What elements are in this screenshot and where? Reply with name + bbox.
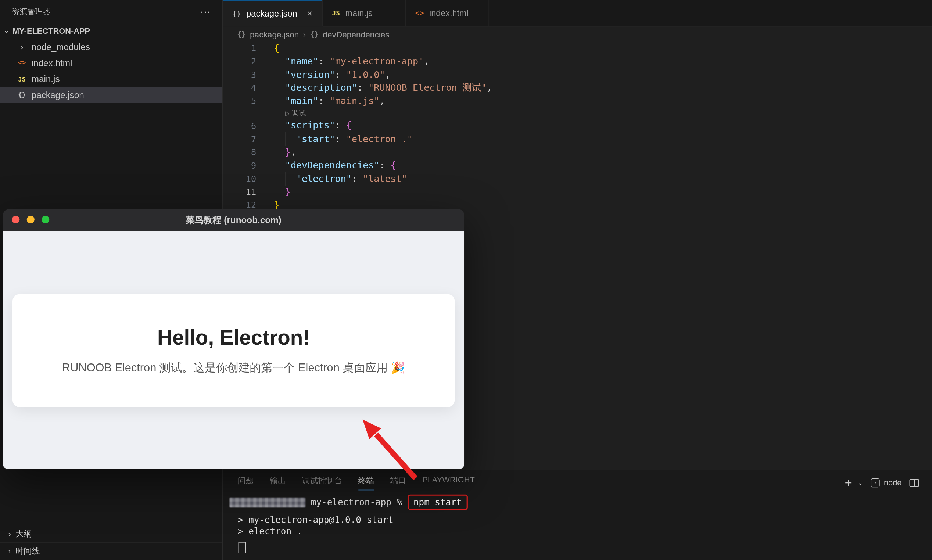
line-content: } xyxy=(274,186,291,199)
terminal-prompt-line: my-electron-app % npm start xyxy=(229,494,920,511)
token: "latest" xyxy=(363,174,407,184)
file-package.json[interactable]: {}package.json xyxy=(0,87,222,103)
token: "main.js" xyxy=(330,96,380,106)
blurred-username xyxy=(229,497,305,507)
line-number: 8 xyxy=(223,147,257,157)
breadcrumb[interactable]: {} package.json › {} devDependencies xyxy=(223,27,932,42)
split-terminal-icon[interactable] xyxy=(910,479,919,486)
minimize-button[interactable] xyxy=(27,216,35,223)
hello-subtitle: RUNOOB Electron 测试。这是你创建的第一个 Electron 桌面… xyxy=(62,360,405,375)
code-lines[interactable]: 1{2 "name": "my-electron-app",3 "version… xyxy=(223,42,932,212)
command-text: npm start xyxy=(414,497,461,508)
token: , xyxy=(379,96,385,106)
token: "devDependencies" xyxy=(285,160,380,171)
js-icon: JS xyxy=(332,9,340,17)
token: : xyxy=(352,174,363,184)
close-button[interactable] xyxy=(12,216,20,223)
panel-tab-PLAYWRIGHT[interactable]: PLAYWRIGHT xyxy=(422,475,475,490)
npm-start-highlight-box: npm start xyxy=(408,495,468,510)
file-name: main.js xyxy=(32,74,60,84)
chevron-right-icon: › xyxy=(8,547,11,555)
explorer-title: 资源管理器 xyxy=(12,7,50,17)
line-number: 11 xyxy=(223,188,257,197)
section-label: 大纲 xyxy=(16,529,32,539)
panel-tab-问题[interactable]: 问题 xyxy=(238,475,254,490)
line-number: 6 xyxy=(223,121,257,131)
token: "electron ." xyxy=(346,134,413,145)
profile-label: node xyxy=(884,478,902,487)
code-line-9[interactable]: 9 "devDependencies": { xyxy=(223,159,932,172)
terminal[interactable]: my-electron-app % npm start > my-electro… xyxy=(229,494,920,553)
code-line-3[interactable]: 3 "version": "1.0.0", xyxy=(223,68,932,81)
code-line-2[interactable]: 2 "name": "my-electron-app", xyxy=(223,55,932,68)
token: "1.0.0" xyxy=(346,69,385,80)
token xyxy=(274,147,285,158)
code-line-8[interactable]: 8 }, xyxy=(223,146,932,159)
token: "start" xyxy=(296,134,335,145)
code-line-4[interactable]: 4 "description": "RUNOOB Electron 测试", xyxy=(223,81,932,94)
token: : xyxy=(335,120,346,131)
panel-tab-调试控制台[interactable]: 调试控制台 xyxy=(302,475,342,490)
code-line-6[interactable]: 6 "scripts": { xyxy=(223,119,932,132)
tab-index.html[interactable]: <>index.html xyxy=(406,0,489,26)
code-line-5[interactable]: 5 "main": "main.js", xyxy=(223,94,932,108)
token: : xyxy=(379,160,390,171)
token: "RUNOOB Electron 测试" xyxy=(368,83,487,93)
code-line-1[interactable]: 1{ xyxy=(223,42,932,55)
token xyxy=(274,69,285,80)
section-outline[interactable]: › 大纲 xyxy=(0,525,222,543)
tab-main.js[interactable]: JSmain.js xyxy=(323,0,406,26)
app-titlebar[interactable]: 菜鸟教程 (runoob.com) xyxy=(3,209,464,231)
file-main.js[interactable]: JSmain.js xyxy=(0,71,222,87)
new-terminal-icon[interactable]: ＋ xyxy=(843,475,854,490)
section-label: 时间线 xyxy=(16,546,40,557)
code-line-10[interactable]: 10 "electron": "latest" xyxy=(223,172,932,186)
prompt-text: my-electron-app % xyxy=(311,497,402,508)
line-content: }, xyxy=(274,146,296,159)
code-line-7[interactable]: 7 "start": "electron ." xyxy=(223,132,932,146)
line-number: 7 xyxy=(223,134,257,144)
chevron-right-icon: › xyxy=(17,42,27,51)
json-icon: {} xyxy=(310,30,318,38)
maximize-button[interactable] xyxy=(42,216,49,223)
line-number: 10 xyxy=(223,174,257,184)
codelens-label: 调试 xyxy=(292,108,306,118)
token: } xyxy=(285,187,291,197)
bottom-panel: 问题输出调试控制台终端端口PLAYWRIGHT ＋ ⌄ › node my-el… xyxy=(223,469,932,560)
file-node_modules[interactable]: ›node_modules xyxy=(0,38,222,55)
token: } xyxy=(285,147,291,158)
token: : xyxy=(318,56,329,67)
token: { xyxy=(274,43,280,53)
panel-actions: ＋ ⌄ › node xyxy=(843,475,919,490)
token: { xyxy=(391,160,396,171)
code-line-11[interactable]: 11 } xyxy=(223,186,932,199)
chevron-right-icon: › xyxy=(8,529,11,538)
more-actions-icon[interactable]: ⋯ xyxy=(200,6,210,18)
close-icon[interactable]: × xyxy=(307,8,312,18)
tab-package.json[interactable]: {}package.json× xyxy=(223,0,323,27)
json-icon: {} xyxy=(232,9,241,18)
panel-tab-输出[interactable]: 输出 xyxy=(270,475,286,490)
line-content: "scripts": { xyxy=(274,119,352,132)
file-index.html[interactable]: <>index.html xyxy=(0,55,222,71)
line-number: 2 xyxy=(223,57,257,66)
section-timeline[interactable]: › 时间线 xyxy=(0,542,222,560)
token: , xyxy=(424,56,429,67)
tab-label: main.js xyxy=(346,8,373,18)
terminal-profile[interactable]: › node xyxy=(870,478,901,487)
token: , xyxy=(291,147,296,158)
chevron-down-icon[interactable]: ⌄ xyxy=(857,479,863,486)
token: "description" xyxy=(285,83,357,93)
token xyxy=(274,187,285,197)
token xyxy=(274,96,285,106)
chevron-down-icon: ⌄ xyxy=(4,26,9,34)
terminal-icon: › xyxy=(870,478,880,487)
line-number: 5 xyxy=(223,97,257,106)
token: { xyxy=(346,120,352,131)
line-number: 9 xyxy=(223,161,257,171)
project-root-row[interactable]: ⌄ MY-ELECTRON-APP xyxy=(0,24,222,38)
breadcrumb-symbol: devDependencies xyxy=(323,30,389,39)
tab-label: index.html xyxy=(429,8,469,18)
terminal-output-line: > electron . xyxy=(238,526,920,537)
codelens-debug[interactable]: ▷调试 xyxy=(223,108,932,119)
